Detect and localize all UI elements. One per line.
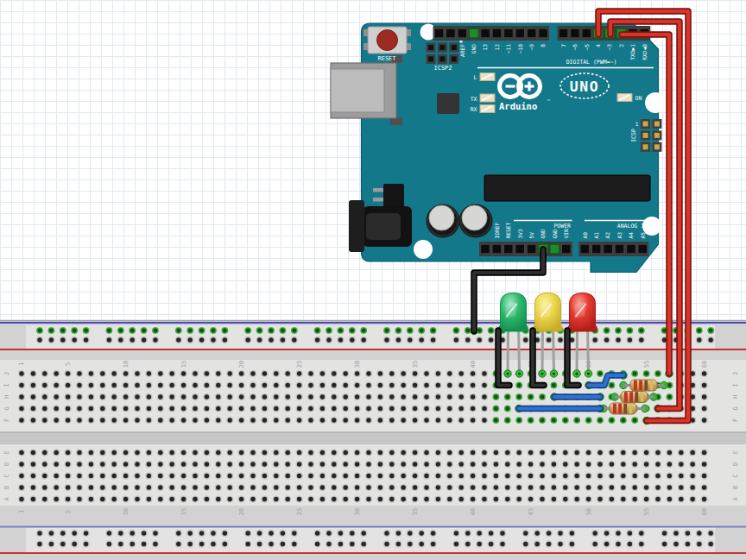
- column-number: 30: [354, 508, 361, 515]
- header-pin[interactable]: [527, 244, 536, 254]
- atmega-chip: [484, 175, 650, 201]
- arduino-uno[interactable]: RESETICSP2DIGITAL (PWM=~)POWERANALOG INA…: [331, 23, 666, 273]
- row-letter: F: [732, 418, 739, 422]
- pin-label: RXD◀0: [642, 44, 648, 60]
- pin-label: ~10: [517, 44, 523, 53]
- row-letter: D: [732, 462, 739, 466]
- row-letter: E: [3, 450, 10, 454]
- header-pin[interactable]: [582, 28, 591, 38]
- header-pin[interactable]: [539, 28, 548, 38]
- header-pin[interactable]: [627, 244, 636, 254]
- header-pin[interactable]: [446, 28, 456, 38]
- row-letter: H: [732, 395, 739, 399]
- header-pin[interactable]: [571, 28, 580, 38]
- resistor-band: [635, 392, 638, 402]
- wire-blue-mid[interactable]: [551, 393, 604, 400]
- crystal: [437, 93, 459, 114]
- pin-label: 7: [560, 44, 566, 47]
- header-pin[interactable]: [515, 244, 525, 254]
- led-l: [480, 73, 495, 81]
- circuit-scene: 1155101015152020252530303535404045455050…: [0, 0, 746, 560]
- pin-label: 8: [540, 44, 546, 47]
- pin-label: RESET: [505, 223, 511, 239]
- header-pin[interactable]: [550, 244, 560, 254]
- breadboard[interactable]: 1155101015152020252530303535404045455050…: [0, 320, 746, 560]
- column-number: 60: [701, 508, 708, 515]
- pin-label: VIN: [563, 229, 569, 238]
- pin-label: GND: [552, 229, 558, 238]
- fritzing-breadboard-view: 1155101015152020252530303535404045455050…: [0, 0, 746, 560]
- pin-label: 12: [494, 44, 500, 51]
- header-pin[interactable]: [458, 28, 467, 38]
- header-pin[interactable]: [515, 28, 525, 38]
- pin-label: AREF: [459, 44, 465, 57]
- mounting-hole: [645, 92, 666, 113]
- capacitor-2: [459, 204, 493, 238]
- icsp-pin1-label: 1: [635, 121, 639, 127]
- header-pin[interactable]: [559, 28, 568, 38]
- reset-label: RESET: [377, 55, 396, 62]
- wire-blue-low[interactable]: [515, 405, 604, 412]
- pin-label: A1: [593, 232, 599, 239]
- usb-connector: [331, 55, 402, 125]
- header-pin[interactable]: [481, 244, 490, 254]
- row-letter: I: [732, 383, 739, 387]
- header-pin[interactable]: [580, 244, 590, 254]
- header-pin[interactable]: [615, 244, 624, 254]
- header-pin[interactable]: [469, 28, 478, 38]
- row-letter: F: [3, 418, 10, 422]
- row-letter: B: [732, 486, 739, 489]
- column-number: 55: [643, 361, 650, 368]
- pin-label: ~9: [528, 44, 534, 51]
- pin-label: 4: [595, 44, 601, 47]
- pin-label: GND: [540, 229, 546, 238]
- header-pin[interactable]: [504, 244, 514, 254]
- resistor-band: [641, 392, 644, 402]
- header-pin[interactable]: [604, 244, 613, 254]
- header-pin[interactable]: [481, 28, 490, 38]
- header-pin[interactable]: [504, 28, 514, 38]
- pin-label: A4: [628, 232, 634, 239]
- pin-label: A3: [616, 232, 623, 239]
- header-pin[interactable]: [591, 244, 601, 254]
- pin-label: 2: [618, 44, 624, 47]
- row-letter: J: [732, 372, 739, 375]
- header-pin[interactable]: [527, 28, 536, 38]
- column-number: 60: [701, 361, 708, 368]
- column-number: 1: [18, 362, 25, 366]
- power-jack: [349, 200, 412, 252]
- row-letter: I: [3, 383, 10, 387]
- digital-caption: DIGITAL (PWM=~): [566, 59, 617, 66]
- row-letter: G: [732, 406, 739, 410]
- column-number: 15: [180, 508, 187, 515]
- header-pin[interactable]: [562, 244, 572, 254]
- mounting-hole: [414, 240, 433, 259]
- icsp-label: ICSP: [630, 129, 637, 142]
- led-rx: [480, 105, 495, 113]
- pin-label: A2: [604, 232, 610, 239]
- column-number: 55: [643, 508, 650, 515]
- column-number: 20: [238, 508, 245, 515]
- header-pin[interactable]: [638, 244, 648, 254]
- pin-label: A0: [582, 232, 588, 239]
- resistor-band: [650, 381, 654, 391]
- row-letter: B: [3, 486, 10, 489]
- column-number: 35: [412, 508, 419, 515]
- resistor-band: [629, 404, 633, 414]
- header-pin[interactable]: [492, 28, 502, 38]
- column-number: 15: [180, 361, 187, 368]
- header-pin[interactable]: [434, 28, 444, 38]
- header-pin[interactable]: [492, 244, 502, 254]
- pin-label: ~6: [572, 44, 578, 51]
- reset-button[interactable]: [364, 27, 411, 53]
- resistor-band: [613, 404, 616, 414]
- column-number: 5: [65, 362, 72, 366]
- led-tx-label: TX: [471, 96, 477, 103]
- resistor-band: [623, 404, 627, 414]
- row-letter: E: [732, 450, 739, 454]
- column-number: 10: [123, 361, 130, 368]
- row-letter: J: [3, 372, 10, 375]
- column-number: 20: [238, 361, 245, 368]
- led-on: [617, 94, 632, 102]
- column-number: 40: [470, 508, 477, 515]
